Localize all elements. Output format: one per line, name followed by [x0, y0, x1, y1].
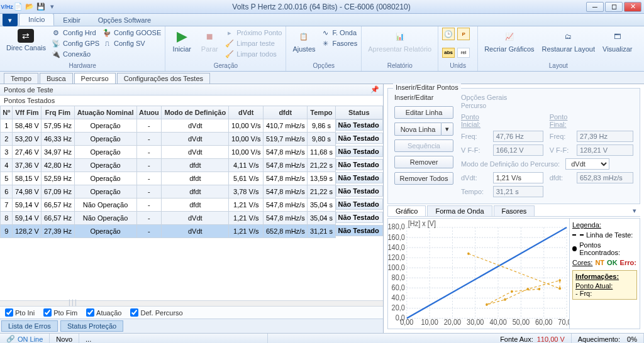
svg-point-40: [504, 298, 506, 301]
table-row[interactable]: 9128,2 V27,39 HzOperação-dVdt1,21 V/s652…: [1, 225, 383, 238]
gtab-grafico[interactable]: Gráfico: [387, 205, 426, 216]
col-header[interactable]: Modo de Definição: [162, 106, 229, 119]
col-header[interactable]: Atuou: [136, 106, 162, 119]
check-ptoini[interactable]: Pto Ini: [5, 308, 35, 317]
view-icon: 🗔: [610, 29, 625, 44]
tab-config-testes[interactable]: Configurações dos Testes: [117, 73, 210, 84]
conexao-button[interactable]: 🔌Conexão: [51, 49, 99, 59]
svg-text:100,0: 100,0: [388, 263, 405, 272]
vff-final-field[interactable]: [577, 144, 633, 156]
tab-tempo[interactable]: Tempo: [4, 73, 38, 84]
gtab-fasores[interactable]: Fasores: [494, 205, 535, 216]
col-header[interactable]: Atuação Nominal: [74, 106, 136, 119]
check-defpercurso[interactable]: Def. Percurso: [130, 308, 182, 317]
recreate-icon: 📈: [502, 29, 517, 44]
col-header[interactable]: dVdt: [229, 106, 264, 119]
abs-icon[interactable]: abs: [442, 48, 455, 58]
relatorio-button[interactable]: 📊Apresentar Relatório: [365, 28, 434, 54]
plug-icon: 🔌: [51, 49, 61, 59]
gtab-forma-onda[interactable]: Forma de Onda: [427, 205, 492, 216]
proximo-ponto-button[interactable]: ▸Próximo Ponto: [225, 28, 282, 38]
tab-exibir[interactable]: Exibir: [54, 14, 89, 26]
pq-icon[interactable]: P: [457, 28, 470, 40]
plot-canvas[interactable]: 0,020,040,060,080,0100,0120,0140,0160,01…: [388, 219, 569, 329]
freq-final-field[interactable]: [577, 131, 633, 142]
col-header[interactable]: Frq Fim: [42, 106, 74, 119]
table-row[interactable]: 859,14 V66,57 HzNão Operação-dVdt1,21 V/…: [1, 212, 383, 225]
legend-points: Pontos Encontrados:: [572, 241, 637, 256]
check-ptofim[interactable]: Pto Fim: [43, 308, 77, 317]
right-panel: Inserir/Editar Pontos Inserir/Editar Edi…: [384, 84, 644, 333]
table-row[interactable]: 558,15 V52,59 HzOperação-dfdt5,61 V/s547…: [1, 172, 383, 185]
minimize-button[interactable]: ─: [586, 2, 604, 12]
tab-percurso[interactable]: Percurso: [74, 73, 116, 84]
config-sv-button[interactable]: ⎍Config SV: [102, 38, 161, 48]
tab-opcoes[interactable]: Opções Software: [89, 14, 160, 26]
table-row[interactable]: 327,46 V34,97 HzOperação-dVdt10,00 V/s54…: [1, 146, 383, 159]
col-header[interactable]: Tempo: [308, 106, 335, 119]
table-row[interactable]: 437,36 V42,80 HzOperação-dfdt4,11 V/s547…: [1, 159, 383, 172]
config-gps-button[interactable]: 📡Config GPS: [51, 38, 99, 48]
restaurar-layout-button[interactable]: 🗂Restaurar Layout: [540, 28, 597, 54]
direc-canais-button[interactable]: ⇄ Direc Canais: [4, 28, 48, 53]
col-header[interactable]: Nº: [1, 106, 13, 119]
table-row[interactable]: 253,20 V46,33 HzOperação-dVdt10,00 V/s51…: [1, 133, 383, 146]
save-icon[interactable]: 💾: [36, 3, 45, 11]
config-hrd-button[interactable]: ⚙Config Hrd: [51, 28, 99, 38]
table-row[interactable]: 674,98 V67,09 HzOperação-dfdt3,78 V/s547…: [1, 185, 383, 199]
recriar-graficos-button[interactable]: 📈Recriar Gráficos: [482, 28, 536, 54]
status-aquecimento: Aquecimento: 0%: [572, 334, 644, 343]
col-header[interactable]: Vff Fim: [13, 106, 42, 119]
ribbon-group-unids: 🕒 P abs rel Unids: [438, 26, 478, 71]
tab-busca[interactable]: Busca: [40, 73, 73, 84]
pin-icon[interactable]: 📌: [370, 85, 379, 94]
modo-select[interactable]: dVdt: [565, 158, 609, 170]
splitter[interactable]: [0, 300, 383, 307]
remover-button[interactable]: Remover: [394, 156, 453, 168]
graph-dropdown-icon[interactable]: ▾: [629, 205, 640, 216]
iniciar-button[interactable]: ▶Iniciar: [169, 28, 194, 54]
ajustes-button[interactable]: 📋Ajustes: [290, 28, 318, 54]
points-table: NºVff FimFrq FimAtuação NominalAtuouModo…: [0, 106, 383, 238]
col-header[interactable]: dfdt: [264, 106, 308, 119]
points-table-wrap[interactable]: NºVff FimFrq FimAtuação NominalAtuouModo…: [0, 106, 383, 300]
gps-icon: 📡: [51, 38, 61, 48]
tempo-field[interactable]: [493, 186, 543, 197]
app-menu-button[interactable]: ▾: [3, 14, 18, 26]
remover-todos-button[interactable]: Remover Todos: [394, 172, 453, 185]
new-icon[interactable]: 📄: [14, 3, 23, 11]
fonda-button[interactable]: ∿F. Onda: [321, 28, 358, 38]
svg-text:60,00: 60,00: [535, 317, 553, 327]
close-button[interactable]: ✕: [624, 2, 641, 12]
open-icon[interactable]: 📂: [25, 3, 34, 11]
vff-inicial-field[interactable]: [493, 144, 543, 156]
svg-text:30,00: 30,00: [467, 317, 484, 327]
limpar-teste-button[interactable]: 🧹Limpar teste: [225, 38, 282, 48]
dfdt-field[interactable]: [577, 172, 633, 183]
config-goose-button[interactable]: 🦆Config GOOSE: [102, 28, 161, 38]
status-novo: Novo: [50, 334, 79, 343]
col-header[interactable]: Status: [335, 106, 383, 119]
table-row[interactable]: 759,14 V66,57 HzNão Operação-dfdt1,21 V/…: [1, 199, 383, 212]
adjust-icon: 📋: [296, 29, 311, 44]
tab-status-protecao[interactable]: Status Proteção: [60, 320, 123, 332]
freq-inicial-field[interactable]: [493, 131, 543, 142]
nova-linha-button[interactable]: Nova Linha: [394, 122, 441, 136]
tab-lista-erros[interactable]: Lista de Erros: [1, 320, 58, 332]
qat-dropdown-icon[interactable]: ▾: [48, 3, 57, 11]
dvdt-field[interactable]: [493, 172, 543, 183]
check-atuacao[interactable]: Atuação: [86, 308, 121, 317]
maximize-button[interactable]: ◻: [605, 2, 623, 12]
limpar-todos-button[interactable]: 🧹Limpar todos: [225, 49, 282, 59]
tab-inicio[interactable]: Início: [19, 13, 54, 26]
clock-icon[interactable]: 🕒: [442, 28, 455, 40]
parar-button[interactable]: ■Parar: [197, 28, 222, 54]
nova-linha-dropdown[interactable]: ▾: [441, 122, 453, 136]
editar-linha-button[interactable]: Editar Linha: [394, 106, 453, 119]
rel-icon[interactable]: rel: [457, 48, 470, 58]
visualizar-button[interactable]: 🗔Visualizar: [600, 28, 635, 54]
table-row[interactable]: 158,48 V57,95 HzOperação-dVdt10,00 V/s41…: [1, 119, 383, 133]
fasores-button[interactable]: ✳Fasores: [321, 38, 358, 48]
sequencia-button[interactable]: Sequência: [394, 139, 453, 152]
legend-box: Legenda: Linha de Teste: Pontos Encontra…: [569, 219, 640, 329]
